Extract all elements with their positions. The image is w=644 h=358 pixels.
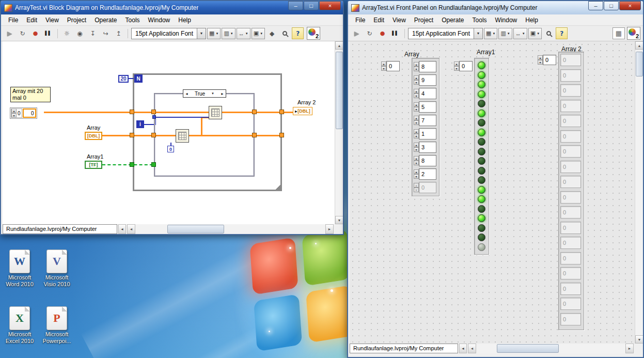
replace-array-subset-node[interactable]	[209, 106, 222, 119]
menu-item[interactable]: Project	[410, 15, 437, 25]
array1-control-terminal[interactable]: [TF]	[85, 161, 102, 169]
font-selector-dropdown[interactable]: 15pt Application Font ▼	[131, 28, 206, 39]
pause-button[interactable]: ▌▌	[42, 27, 54, 39]
numeric-element-value[interactable]: 7	[419, 115, 436, 126]
desktop-icon[interactable]: X Microsoft Excel 2010	[2, 306, 37, 345]
font-selector-dropdown[interactable]: 15pt Application Font ▼	[408, 28, 483, 39]
pause-button[interactable]: ▌▌	[389, 27, 401, 39]
scroll-right-icon[interactable]: ►	[625, 344, 634, 353]
element-spinner[interactable]: ▴▾	[414, 62, 419, 71]
element-spinner[interactable]: ▴▾	[414, 75, 419, 85]
titlebar[interactable]: ArrayTest.vi Front Panel on Rundlaufanla…	[348, 1, 643, 14]
menu-item[interactable]: Operate	[90, 15, 121, 25]
array-terminal-label[interactable]: Array	[86, 124, 101, 131]
resize-objects-dropdown[interactable]: ↔▼	[513, 28, 527, 39]
search-button[interactable]	[279, 27, 291, 39]
array-constant-index[interactable]: 0	[17, 111, 22, 116]
scrollbar-thumb[interactable]	[497, 344, 559, 353]
scrollbar-track[interactable]	[476, 344, 625, 353]
block-diagram-canvas[interactable]: Array mit 20 mal 0 ▴▾ 0 0 20 N i	[3, 41, 335, 224]
loop-resize-handle[interactable]	[275, 184, 280, 190]
case-next-icon[interactable]: ►	[221, 92, 224, 96]
scrollbar-thumb[interactable]	[336, 52, 343, 129]
element-spinner[interactable]: ▴▾	[414, 143, 419, 152]
element-spinner[interactable]: ▴▾	[414, 116, 419, 125]
project-context-tab[interactable]: Rundlaufanlage.lvproj/My Computer	[350, 344, 458, 353]
array1-terminal-label[interactable]: Array1	[86, 153, 104, 160]
retain-wire-values-button[interactable]: ◉	[74, 27, 86, 39]
abort-button[interactable]: ●	[29, 27, 41, 39]
array-index-value[interactable]: 0	[386, 61, 400, 71]
case-selector-label[interactable]: True	[195, 91, 205, 97]
step-out-button[interactable]: ↥	[113, 27, 124, 39]
led-indicator[interactable]	[478, 157, 485, 165]
array-element[interactable]: ▴▾ 2	[414, 167, 437, 181]
index-spinner[interactable]: ▴▾	[538, 55, 543, 65]
led-indicator[interactable]	[478, 167, 485, 175]
tab-scroll-left-icon[interactable]: ◄	[118, 224, 126, 234]
array-control-terminal[interactable]: [DBL]	[85, 132, 102, 140]
array-element[interactable]: ▴▾ 8	[414, 60, 437, 73]
scroll-left-icon[interactable]: ◄	[468, 344, 476, 353]
context-help-button[interactable]: ?	[292, 27, 304, 39]
menu-item[interactable]: Help	[521, 15, 542, 25]
led-indicator[interactable]	[478, 224, 485, 232]
led-indicator[interactable]	[478, 214, 485, 222]
index-array-node[interactable]	[176, 129, 189, 143]
case-previous-icon[interactable]: ◄	[185, 92, 189, 96]
horizontal-scrollbar[interactable]: ◄ ►	[127, 224, 334, 234]
distribute-objects-dropdown[interactable]: ▥▼	[498, 28, 512, 39]
led-indicator[interactable]	[478, 186, 485, 194]
array-element[interactable]: ▴▾ 8	[414, 154, 437, 167]
menu-item[interactable]: Edit	[369, 15, 388, 25]
scroll-up-icon[interactable]: ▲	[635, 41, 643, 50]
desktop-icon[interactable]: V Microsoft Visio 2010	[39, 250, 74, 288]
numeric-element-value[interactable]: 1	[419, 128, 436, 139]
align-objects-dropdown[interactable]: ▦▼	[484, 28, 497, 39]
menu-item[interactable]: File	[351, 15, 369, 25]
count-terminal-N[interactable]: N	[134, 74, 143, 83]
index-spinner[interactable]: ▴▾	[454, 61, 459, 71]
horizontal-scrollbar[interactable]: ◄ ►	[468, 344, 634, 353]
element-spinner[interactable]: ▴▾	[414, 156, 419, 165]
align-objects-dropdown[interactable]: ▦▼	[207, 28, 221, 39]
menu-item[interactable]: Tools	[121, 15, 144, 25]
scroll-down-icon[interactable]: ▼	[335, 216, 343, 224]
tab-scroll-left-icon[interactable]: ◄	[459, 344, 467, 353]
scrollbar-track[interactable]	[335, 50, 343, 216]
index-spinner[interactable]: ▴▾	[381, 61, 386, 71]
abort-button[interactable]: ●	[376, 27, 388, 39]
array-element[interactable]: ▴▾ 3	[414, 141, 437, 154]
array-index-control[interactable]: ▴▾ 0	[381, 61, 400, 71]
context-help-button[interactable]: ?	[556, 27, 568, 39]
menu-item[interactable]: View	[41, 15, 63, 25]
led-indicator[interactable]	[478, 119, 485, 127]
led-indicator[interactable]	[478, 138, 485, 146]
menu-item[interactable]: Project	[63, 15, 90, 25]
close-button[interactable]: ×	[319, 1, 341, 10]
element-spinner[interactable]: ▴▾	[414, 89, 419, 98]
menu-item[interactable]: Edit	[22, 15, 41, 25]
menu-item[interactable]: Window	[491, 15, 522, 25]
menu-item[interactable]: View	[388, 15, 410, 25]
led-indicator[interactable]	[478, 61, 485, 69]
run-continuous-button[interactable]: ↻	[364, 27, 375, 39]
numeric-element-value[interactable]: 2	[419, 168, 436, 180]
case-selector[interactable]: ◄ True ▼ ►	[183, 89, 226, 98]
led-indicator[interactable]	[478, 129, 485, 136]
led-indicator[interactable]	[478, 90, 485, 98]
alignment-grid-button[interactable]: ▦	[612, 27, 625, 39]
highlight-execution-button[interactable]: ☼	[61, 27, 73, 39]
distribute-objects-dropdown[interactable]: ▥▼	[222, 28, 235, 39]
maximize-button[interactable]: □	[304, 1, 319, 10]
led-indicator[interactable]	[478, 176, 485, 184]
step-over-button[interactable]: ↪	[100, 27, 112, 39]
run-continuous-button[interactable]: ↻	[17, 27, 28, 39]
array2-indicator-terminal[interactable]: ▸ [DBL]	[293, 107, 312, 115]
array-element[interactable]: ▴▾ 9	[414, 73, 437, 87]
array-constant-value[interactable]: 0	[23, 108, 36, 118]
scrollbar-track[interactable]	[135, 224, 325, 234]
led-indicator[interactable]	[478, 195, 485, 203]
led-indicator[interactable]	[478, 100, 485, 107]
numeric-element-value[interactable]: 9	[419, 74, 436, 86]
